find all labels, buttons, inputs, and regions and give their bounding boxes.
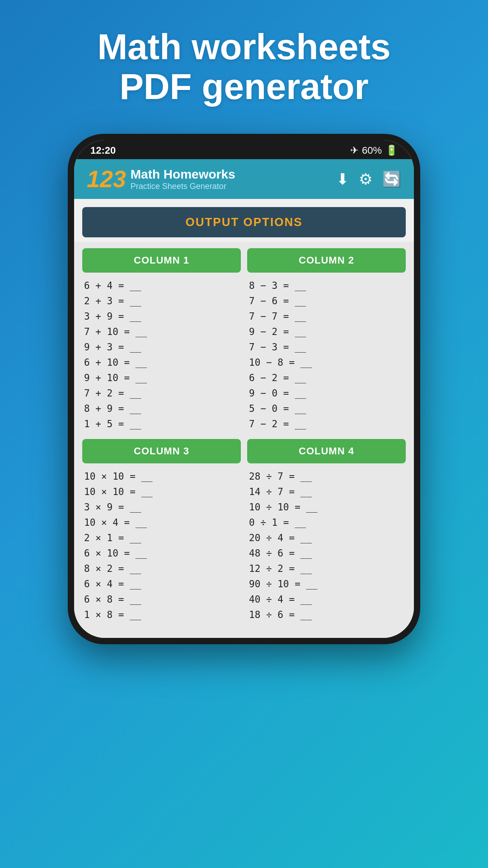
phone-mockup: 12:20 ✈ 60% 🔋 123 Math Homeworks Practic… <box>68 134 420 644</box>
column-1-header[interactable]: COLUMN 1 <box>82 248 241 273</box>
title-line2: PDF generator <box>119 66 368 107</box>
app-title-area: Math Homeworks Practice Sheets Generator <box>131 167 235 191</box>
battery-icon: 🔋 <box>385 145 398 156</box>
math-problem: 10 − 8 = __ <box>249 355 404 370</box>
math-problem: 12 ÷ 2 = __ <box>249 561 404 576</box>
math-problem: 6 + 10 = __ <box>84 355 239 370</box>
math-problem: 9 + 10 = __ <box>84 370 239 386</box>
math-problem: 6 − 2 = __ <box>249 370 404 386</box>
column-4-header[interactable]: COLUMN 4 <box>247 439 406 463</box>
math-problem: 8 − 3 = __ <box>249 278 404 293</box>
math-problem: 2 + 3 = __ <box>84 293 239 309</box>
math-problem: 9 − 2 = __ <box>249 324 404 340</box>
output-options-label: OUTPUT OPTIONS <box>185 215 302 229</box>
column-3-list: 10 × 10 = __10 × 10 = __3 × 9 = __10 × 4… <box>82 466 241 625</box>
column-1-section: COLUMN 1 6 + 4 = __2 + 3 = __3 + 9 = __7… <box>82 248 241 434</box>
math-problem: 0 ÷ 1 = __ <box>249 515 404 530</box>
column-4-section: COLUMN 4 28 ÷ 7 = __14 ÷ 7 = __10 ÷ 10 =… <box>247 439 406 625</box>
app-title: Math Homeworks <box>131 167 235 182</box>
page-title: Math worksheets PDF generator <box>97 27 390 107</box>
math-problem: 8 + 9 = __ <box>84 401 239 416</box>
math-problem: 3 + 9 = __ <box>84 309 239 324</box>
app-header: 123 Math Homeworks Practice Sheets Gener… <box>74 159 414 199</box>
app-subtitle: Practice Sheets Generator <box>131 182 235 191</box>
app-logo: 123 Math Homeworks Practice Sheets Gener… <box>87 165 235 193</box>
math-problem: 6 × 8 = __ <box>84 592 239 607</box>
column-2-section: COLUMN 2 8 − 3 = __7 − 6 = __7 − 7 = __9… <box>247 248 406 434</box>
math-problem: 40 ÷ 4 = __ <box>249 592 404 607</box>
math-problem: 8 × 2 = __ <box>84 561 239 576</box>
column-2-list: 8 − 3 = __7 − 6 = __7 − 7 = __9 − 2 = __… <box>247 275 406 434</box>
airplane-icon: ✈ <box>350 145 358 156</box>
math-problem: 90 ÷ 10 = __ <box>249 576 404 592</box>
math-problem: 6 × 4 = __ <box>84 576 239 592</box>
download-icon[interactable]: ⬇ <box>336 170 349 188</box>
math-problem: 10 × 10 = __ <box>84 484 239 500</box>
math-problem: 1 + 5 = __ <box>84 416 239 432</box>
math-problem: 7 + 10 = __ <box>84 324 239 340</box>
refresh-icon[interactable]: 🔄 <box>382 170 401 188</box>
columns-row-1: COLUMN 1 6 + 4 = __2 + 3 = __3 + 9 = __7… <box>82 248 406 434</box>
battery-text: 60% <box>362 145 382 156</box>
math-problem: 28 ÷ 7 = __ <box>249 469 404 484</box>
column-3-header[interactable]: COLUMN 3 <box>82 439 241 463</box>
column-1-list: 6 + 4 = __2 + 3 = __3 + 9 = __7 + 10 = _… <box>82 275 241 434</box>
math-problem: 9 + 3 = __ <box>84 340 239 355</box>
math-problem: 14 ÷ 7 = __ <box>249 484 404 500</box>
title-line1: Math worksheets <box>97 27 390 67</box>
math-problem: 7 − 2 = __ <box>249 416 404 432</box>
status-time: 12:20 <box>90 145 116 156</box>
math-problem: 48 ÷ 6 = __ <box>249 546 404 561</box>
math-problem: 2 × 1 = __ <box>84 530 239 546</box>
math-problem: 7 + 2 = __ <box>84 386 239 401</box>
math-problem: 7 − 7 = __ <box>249 309 404 324</box>
math-problem: 18 ÷ 6 = __ <box>249 607 404 623</box>
math-problem: 7 − 3 = __ <box>249 340 404 355</box>
settings-icon[interactable]: ⚙ <box>359 170 372 188</box>
math-problem: 6 + 4 = __ <box>84 278 239 293</box>
math-problem: 10 × 10 = __ <box>84 469 239 484</box>
math-problem: 3 × 9 = __ <box>84 500 239 515</box>
math-problem: 10 ÷ 10 = __ <box>249 500 404 515</box>
math-problem: 9 − 0 = __ <box>249 386 404 401</box>
math-problem: 7 − 6 = __ <box>249 293 404 309</box>
math-problem: 10 × 4 = __ <box>84 515 239 530</box>
content-area: COLUMN 1 6 + 4 = __2 + 3 = __3 + 9 = __7… <box>74 242 414 638</box>
output-options-bar[interactable]: OUTPUT OPTIONS <box>82 207 406 237</box>
column-2-header[interactable]: COLUMN 2 <box>247 248 406 273</box>
math-problem: 5 − 0 = __ <box>249 401 404 416</box>
status-right: ✈ 60% 🔋 <box>350 145 398 156</box>
math-problem: 1 × 8 = __ <box>84 607 239 623</box>
math-problem: 6 × 10 = __ <box>84 546 239 561</box>
logo-number: 123 <box>87 165 126 193</box>
status-bar: 12:20 ✈ 60% 🔋 <box>74 140 414 159</box>
app-icons: ⬇ ⚙ 🔄 <box>336 170 401 188</box>
columns-row-2: COLUMN 3 10 × 10 = __10 × 10 = __3 × 9 =… <box>82 439 406 625</box>
column-4-list: 28 ÷ 7 = __14 ÷ 7 = __10 ÷ 10 = __0 ÷ 1 … <box>247 466 406 625</box>
column-3-section: COLUMN 3 10 × 10 = __10 × 10 = __3 × 9 =… <box>82 439 241 625</box>
math-problem: 20 ÷ 4 = __ <box>249 530 404 546</box>
